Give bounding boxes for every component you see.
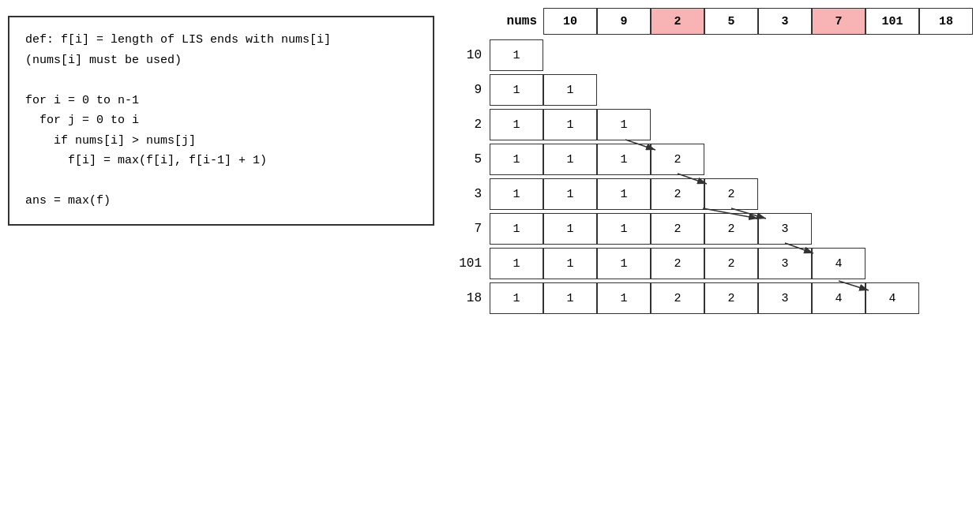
cell-9-1: 1 <box>543 74 597 106</box>
cell-18-6: 4 <box>812 282 865 314</box>
code-line-6: f[i] = max(f[i], f[i-1] + 1) <box>25 151 417 171</box>
row-label-10: 10 <box>442 48 490 62</box>
cell-18-2: 1 <box>597 282 651 314</box>
row-label-7: 7 <box>442 222 490 236</box>
code-line-7: ans = max(f) <box>25 191 417 211</box>
cell-101-2: 1 <box>597 248 651 279</box>
row-label-3: 3 <box>442 187 490 201</box>
row-label-101: 101 <box>442 256 490 271</box>
cell-10-0: 1 <box>490 39 543 71</box>
cell-3-0: 1 <box>490 178 543 210</box>
code-line-2: (nums[i] must be used) <box>25 50 417 71</box>
rows-container: 10 1 9 1 1 2 1 1 1 5 1 1 1 2 3 1 1 1 2 2 <box>442 39 976 314</box>
cell-18-1: 1 <box>543 282 597 314</box>
row-3: 3 1 1 1 2 2 <box>442 178 976 210</box>
header-cell-3: 3 <box>758 8 812 35</box>
cell-18-3: 2 <box>651 282 704 314</box>
row-2: 2 1 1 1 <box>442 109 976 140</box>
code-line-1: def: f[i] = length of LIS ends with nums… <box>25 30 417 50</box>
row-label-2: 2 <box>442 118 490 132</box>
header-cell-18: 18 <box>919 8 973 35</box>
cell-3-1: 1 <box>543 178 597 210</box>
visualization: nums 10 9 2 5 3 7 101 18 10 1 9 1 1 2 1 … <box>442 8 976 508</box>
row-label-18: 18 <box>442 291 490 305</box>
row-101: 101 1 1 1 2 2 3 4 <box>442 248 976 279</box>
cell-2-2: 1 <box>597 109 651 140</box>
row-7: 7 1 1 1 2 2 3 <box>442 213 976 245</box>
cell-101-5: 3 <box>758 248 812 279</box>
cell-101-6: 4 <box>812 248 865 279</box>
cell-5-2: 1 <box>597 144 651 175</box>
cell-2-0: 1 <box>490 109 543 140</box>
cell-7-1: 1 <box>543 213 597 245</box>
cell-101-4: 2 <box>704 248 758 279</box>
cell-7-3: 2 <box>651 213 704 245</box>
cell-2-1: 1 <box>543 109 597 140</box>
row-18: 18 1 1 1 2 2 3 4 4 <box>442 282 976 314</box>
header-cell-9: 9 <box>597 8 651 35</box>
header-cell-5: 5 <box>704 8 758 35</box>
cell-3-2: 1 <box>597 178 651 210</box>
cell-5-3: 2 <box>651 144 704 175</box>
cell-5-0: 1 <box>490 144 543 175</box>
cell-7-4: 2 <box>704 213 758 245</box>
row-9: 9 1 1 <box>442 74 976 106</box>
cell-5-1: 1 <box>543 144 597 175</box>
cell-3-4: 2 <box>704 178 758 210</box>
header-cell-101: 101 <box>865 8 919 35</box>
row-5: 5 1 1 1 2 <box>442 144 976 175</box>
cell-18-5: 3 <box>758 282 812 314</box>
header-cell-10: 10 <box>543 8 597 35</box>
row-label-5: 5 <box>442 152 490 166</box>
header-cell-7: 7 <box>812 8 865 35</box>
cell-101-1: 1 <box>543 248 597 279</box>
code-box: def: f[i] = length of LIS ends with nums… <box>8 16 434 226</box>
row-10: 10 1 <box>442 39 976 71</box>
code-line-5: if nums[i] > nums[j] <box>25 131 417 151</box>
cell-101-0: 1 <box>490 248 543 279</box>
cell-18-0: 1 <box>490 282 543 314</box>
cell-7-2: 1 <box>597 213 651 245</box>
cell-18-7: 4 <box>865 282 919 314</box>
cell-7-0: 1 <box>490 213 543 245</box>
cell-7-5: 3 <box>758 213 812 245</box>
header-cell-2: 2 <box>651 8 704 35</box>
cell-9-0: 1 <box>490 74 543 106</box>
cell-101-3: 2 <box>651 248 704 279</box>
code-line-4: for j = 0 to i <box>25 110 417 131</box>
cell-18-4: 2 <box>704 282 758 314</box>
nums-label: nums <box>490 14 537 28</box>
cell-3-3: 2 <box>651 178 704 210</box>
row-label-9: 9 <box>442 83 490 97</box>
code-line-3: for i = 0 to n-1 <box>25 91 417 111</box>
nums-header: nums 10 9 2 5 3 7 101 18 <box>490 8 976 35</box>
